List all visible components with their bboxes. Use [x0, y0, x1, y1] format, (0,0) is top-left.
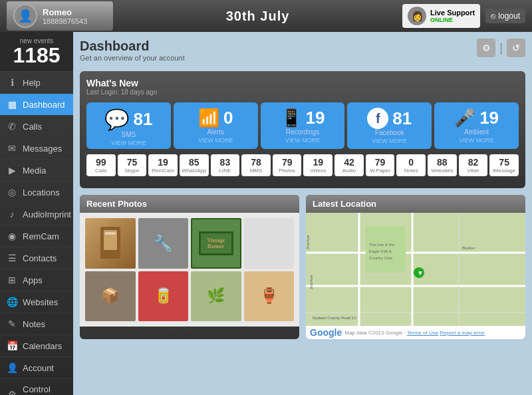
live-support-status: ONLINE — [430, 17, 475, 23]
sidebar-item-audioimprint[interactable]: ♪ AudioImprint — [0, 203, 73, 225]
sms-viewmore[interactable]: VIEW MORE — [111, 140, 146, 146]
audio-mini-number: 42 — [336, 157, 362, 168]
sidebar-item-label: RemCam — [23, 231, 59, 241]
whats-new-card: What's New Last Login: 18 days ago 💬 81 … — [80, 71, 525, 188]
mini-stat-websites[interactable]: 88 Websites — [428, 154, 457, 176]
mini-stat-whatsapp[interactable]: 85 WhatsApp — [180, 154, 209, 176]
svg-text:2nd Ave: 2nd Ave — [306, 235, 310, 249]
map-svg: The Iron & the Eagle Golf & Country Club… — [306, 213, 525, 339]
remcam-mini-label: RemCam — [150, 168, 176, 174]
calendars-icon: 📅 — [7, 340, 17, 351]
svg-text:Brydon: Brydon — [462, 246, 475, 250]
sidebar-item-remcam[interactable]: ◉ RemCam — [0, 225, 73, 247]
info-icon: ℹ — [7, 77, 17, 88]
sidebar-item-messages[interactable]: ✉ Messages — [0, 138, 73, 160]
sidebar-item-contacts[interactable]: ☰ Contacts — [0, 247, 73, 269]
map-container: The Iron & the Eagle Golf & Country Club… — [306, 213, 525, 339]
mini-stat-line[interactable]: 83 LINE — [211, 154, 240, 176]
sms-icon: 💬 — [104, 108, 129, 131]
facebook-number: 81 — [392, 108, 412, 129]
terms-of-use-link[interactable]: Terms of Use — [407, 330, 438, 336]
sidebar-item-locations[interactable]: ◎ Locations — [0, 182, 73, 203]
header-user: 👤 Romeo 18889876543 — [7, 1, 113, 31]
photo-thumb[interactable]: Vintage Banner — [191, 218, 241, 269]
sidebar-item-label: Account — [23, 363, 54, 373]
mini-stat-viber[interactable]: 82 Viber — [459, 154, 488, 176]
alerts-label: Alerts — [207, 128, 224, 136]
remcam-icon: ◉ — [7, 231, 17, 241]
photo-thumb[interactable] — [244, 218, 295, 269]
sidebar-item-label: Notes — [23, 319, 45, 329]
skype-mini-label: Skype — [119, 168, 146, 174]
map-footer: Google Map data ©2013 Google · Terms of … — [306, 326, 525, 339]
latest-location-header: Latest Location — [306, 195, 525, 213]
mini-stat-notes[interactable]: 0 Notes — [396, 154, 426, 176]
sidebar-item-apps[interactable]: ⊞ Apps — [0, 269, 73, 291]
logout-button[interactable]: ⎋ logout — [485, 9, 525, 23]
mini-stat-skype[interactable]: 75 Skype — [118, 154, 147, 176]
stat-alerts-inner: 📶 0 — [198, 108, 233, 128]
notes-mini-label: Notes — [398, 168, 424, 174]
mini-stat-videos[interactable]: 19 Videos — [303, 154, 332, 176]
sidebar-item-calendars[interactable]: 📅 Calendars — [0, 335, 73, 357]
logout-label: logout — [498, 11, 520, 21]
live-support-text: Live Support ONLINE — [430, 9, 475, 23]
live-support-button[interactable]: 👩 Live Support ONLINE — [402, 4, 480, 28]
stat-sms: 💬 81 SMS VIEW MORE — [86, 102, 171, 149]
page-title: Dashboard — [80, 39, 185, 54]
messages-icon: ✉ — [7, 143, 17, 154]
websites-mini-number: 88 — [429, 157, 456, 168]
recordings-number: 19 — [306, 108, 325, 128]
sidebar-item-help[interactable]: ℹ Help — [0, 72, 73, 94]
mini-stat-photos[interactable]: 79 Photos — [273, 154, 302, 176]
mini-stat-audio[interactable]: 42 Audio — [334, 154, 364, 176]
remcam-mini-number: 19 — [150, 157, 176, 168]
sidebar-item-media[interactable]: ▶ Media — [0, 160, 73, 182]
account-icon: 👤 — [7, 362, 17, 373]
stat-facebook: f 81 Facebook VIEW MORE — [347, 102, 432, 149]
ambient-viewmore[interactable]: VIEW MORE — [459, 137, 494, 144]
refresh-button[interactable]: ↺ — [507, 39, 525, 57]
stat-facebook-inner: f 81 — [367, 108, 412, 129]
report-error-link[interactable]: Report a map error — [440, 330, 485, 336]
mini-stat-remcam[interactable]: 19 RemCam — [148, 154, 178, 176]
sidebar-item-calls[interactable]: ✆ Calls — [0, 116, 73, 138]
whats-new-title: What's New — [86, 78, 519, 88]
photos-mini-number: 79 — [274, 157, 301, 168]
new-events-count: 1185 — [3, 45, 70, 66]
audioimprint-icon: ♪ — [7, 209, 17, 219]
sidebar-item-websites[interactable]: 🌐 Websites — [0, 291, 73, 313]
settings-button[interactable]: ⚙ — [477, 39, 495, 57]
photo-thumb[interactable]: 🏺 — [244, 271, 295, 322]
mini-stat-calls[interactable]: 99 Calls — [86, 154, 116, 176]
photo-thumb[interactable]: 🔧 — [138, 218, 189, 269]
photo-thumb[interactable]: 🥫 — [138, 271, 189, 322]
photo-thumb[interactable] — [85, 218, 136, 269]
mms-mini-label: MMS — [243, 168, 269, 174]
mini-stat-wpaper[interactable]: 79 W.Paper — [366, 154, 395, 176]
content-area: Dashboard Get an overview of your accoun… — [73, 32, 532, 395]
alerts-viewmore[interactable]: VIEW MORE — [198, 137, 233, 144]
mini-stat-imessage[interactable]: 75 iMessage — [489, 154, 519, 176]
sidebar-item-label: Help — [23, 78, 41, 88]
stat-sms-inner: 💬 81 — [104, 108, 152, 131]
sidebar-item-notes[interactable]: ✎ Notes — [0, 313, 73, 335]
ambient-label: Ambient — [464, 128, 489, 136]
facebook-viewmore[interactable]: VIEW MORE — [372, 138, 408, 144]
line-mini-number: 83 — [212, 157, 239, 168]
svg-text:2nd Ave: 2nd Ave — [309, 275, 313, 289]
audio-mini-label: Audio — [336, 168, 362, 174]
sidebar-item-control-center[interactable]: ⚙ Control Center — [0, 379, 73, 395]
sidebar-item-account[interactable]: 👤 Account — [0, 357, 73, 379]
recordings-viewmore[interactable]: VIEW MORE — [285, 137, 321, 144]
header-phone: 18889876543 — [43, 17, 87, 25]
mini-stat-mms[interactable]: 78 MMS — [241, 154, 271, 176]
last-login: Last Login: 18 days ago — [86, 88, 519, 96]
alerts-number: 0 — [223, 108, 233, 128]
svg-text:▼: ▼ — [417, 269, 424, 277]
notes-mini-number: 0 — [398, 157, 424, 168]
ambient-number: 19 — [479, 108, 499, 128]
sidebar-item-dashboard[interactable]: ▦ Dashboard — [0, 94, 73, 116]
photo-thumb[interactable]: 📦 — [85, 271, 136, 322]
photo-thumb[interactable]: 🌿 — [191, 271, 241, 322]
